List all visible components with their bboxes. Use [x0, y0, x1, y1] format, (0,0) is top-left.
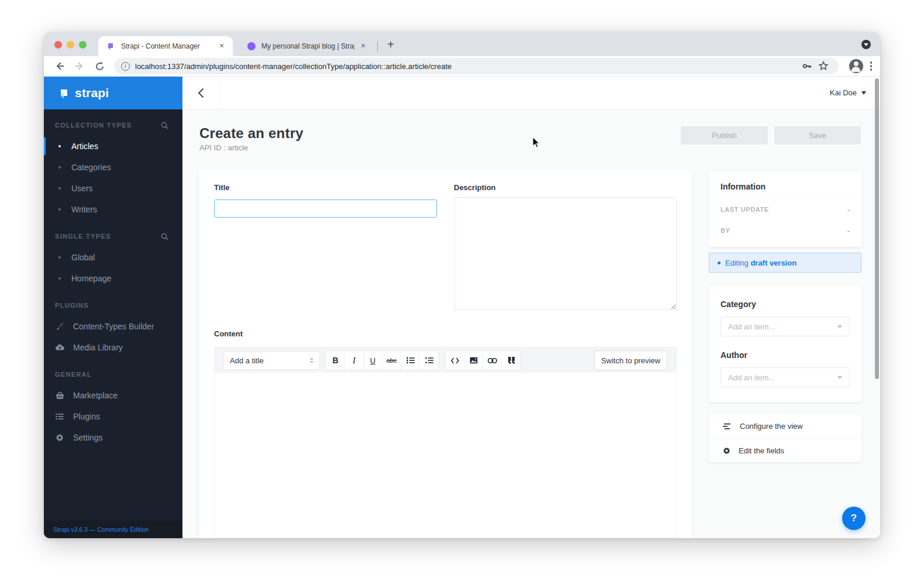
tab-title: Strapi - Content Manager — [121, 42, 213, 50]
sidebar-item-label: Articles — [71, 142, 98, 151]
bullet-icon — [58, 187, 61, 190]
save-button[interactable]: Save — [774, 126, 861, 144]
site-info-icon[interactable]: i — [121, 62, 130, 71]
edit-fields-label: Edit the fields — [739, 446, 784, 455]
code-button[interactable] — [446, 351, 464, 370]
title-input[interactable] — [214, 199, 437, 218]
strapi-logo-icon — [58, 87, 70, 99]
category-placeholder: Add an item... — [728, 322, 837, 331]
information-card: Information LAST UPDATE - BY - — [709, 171, 861, 247]
edit-fields-link[interactable]: Edit the fields — [709, 438, 861, 462]
bullet-icon — [58, 166, 61, 168]
strapi-logo[interactable]: strapi — [44, 77, 182, 109]
main-area: Kai Doe Create an entry API ID : article… — [182, 77, 880, 538]
address-bar[interactable]: i localhost:1337/admin/plugins/content-m… — [114, 58, 839, 74]
forward-nav-icon[interactable] — [73, 59, 87, 73]
bullet-icon — [58, 256, 61, 259]
browser-profile-avatar[interactable] — [849, 59, 863, 73]
sidebar-item-homepage[interactable]: Homepage — [44, 268, 182, 289]
sidebar-item-writers[interactable]: Writers — [44, 199, 182, 220]
heading-select[interactable]: Add a title — [223, 351, 320, 370]
help-button[interactable]: ? — [842, 507, 866, 530]
description-textarea[interactable] — [454, 197, 677, 310]
browser-window: Strapi - Content Manager × My personal S… — [44, 32, 880, 538]
desktop: Strapi - Content Manager × My personal S… — [0, 0, 924, 585]
search-icon[interactable] — [161, 233, 168, 240]
sidebar-item-global[interactable]: Global — [44, 247, 182, 268]
bookmark-star-icon[interactable] — [816, 59, 830, 73]
sidebar-item-content-types-builder[interactable]: Content-Types Builder — [44, 316, 182, 337]
underline-button[interactable]: U — [364, 351, 382, 370]
link-button[interactable] — [483, 351, 502, 370]
quote-button[interactable] — [502, 351, 520, 370]
user-menu[interactable]: Kai Doe — [830, 88, 866, 97]
sidebar-item-label: Global — [71, 253, 95, 262]
page-title: Create an entry — [199, 125, 304, 142]
sidebar-item-label: Plugins — [73, 412, 100, 421]
sliders-icon — [723, 423, 732, 430]
tab-strip: Strapi - Content Manager × My personal S… — [44, 32, 880, 56]
window-controls — [54, 41, 87, 49]
author-select[interactable]: Add an item... — [720, 367, 850, 387]
sidebar-item-marketplace[interactable]: Marketplace — [44, 385, 182, 406]
close-tab-icon[interactable]: × — [358, 41, 368, 51]
tab-title: My personal Strapi blog | Strap — [261, 42, 354, 50]
top-header: Kai Doe — [182, 77, 880, 109]
section-title: COLLECTION TYPES — [55, 122, 161, 129]
search-icon[interactable] — [161, 122, 168, 129]
sidebar-item-plugins[interactable]: Plugins — [44, 406, 182, 427]
image-button[interactable] — [464, 351, 483, 370]
sidebar-item-label: Content-Types Builder — [73, 322, 154, 331]
password-key-icon[interactable] — [800, 59, 814, 73]
sidebar-item-users[interactable]: Users — [44, 178, 182, 199]
italic-button[interactable]: I — [345, 351, 364, 370]
gear-icon — [723, 447, 730, 455]
browser-toolbar: i localhost:1337/admin/plugins/content-m… — [44, 56, 880, 77]
switch-to-preview-button[interactable]: Switch to preview — [594, 350, 667, 370]
close-tab-icon[interactable]: × — [216, 41, 227, 51]
bullet-list-button[interactable] — [401, 351, 420, 370]
sidebar-version-footer[interactable]: Strapi v3.6.3 — Community Edition — [44, 521, 182, 538]
zoom-window-button[interactable] — [79, 41, 87, 49]
list-icon — [55, 412, 64, 421]
close-window-button[interactable] — [54, 41, 62, 49]
draft-banner-text: Editing draft version — [725, 259, 797, 267]
browser-menu-icon[interactable] — [870, 61, 873, 71]
api-id-subtitle: API ID : article — [199, 143, 304, 152]
by-label: BY — [720, 227, 847, 234]
last-update-value: - — [847, 205, 850, 214]
title-label: Title — [214, 183, 230, 192]
tab-search-icon[interactable] — [861, 40, 871, 49]
category-select[interactable]: Add an item... — [720, 316, 850, 336]
url-text: localhost:1337/admin/plugins/content-man… — [135, 62, 799, 71]
back-nav-icon[interactable] — [53, 59, 67, 73]
configure-view-link[interactable]: Configure the view — [709, 414, 861, 438]
category-label: Category — [720, 300, 850, 309]
back-button[interactable] — [182, 77, 219, 109]
ordered-list-button[interactable] — [420, 351, 439, 370]
minimize-window-button[interactable] — [67, 41, 74, 49]
sidebar-item-categories[interactable]: Categories — [44, 157, 182, 178]
wysiwyg-editor-body[interactable] — [214, 373, 677, 538]
sidebar-item-settings[interactable]: Settings — [44, 427, 182, 448]
sidebar-item-label: Marketplace — [73, 391, 118, 400]
bold-button[interactable]: B — [326, 351, 345, 370]
strikethrough-button[interactable]: abc — [382, 351, 401, 370]
scrollbar-thumb[interactable] — [875, 78, 879, 379]
author-label: Author — [720, 350, 850, 360]
draft-dot-icon — [718, 261, 720, 264]
sidebar-item-media-library[interactable]: Media Library — [44, 337, 182, 358]
reload-icon[interactable] — [92, 59, 106, 73]
tab-personal-blog[interactable]: My personal Strapi blog | Strap × — [239, 36, 374, 56]
new-tab-button[interactable]: + — [382, 37, 399, 53]
sidebar-item-articles[interactable]: Articles — [44, 136, 182, 157]
heading-select-value: Add a title — [230, 356, 264, 365]
tab-strapi-content-manager[interactable]: Strapi - Content Manager × — [98, 36, 233, 56]
strapi-favicon-icon — [106, 42, 116, 51]
publish-button[interactable]: Publish — [681, 126, 768, 144]
editing-draft-banner: Editing draft version — [709, 253, 861, 273]
last-update-label: LAST UPDATE — [720, 206, 847, 213]
version-text: Strapi v3.6.3 — Community Edition — [53, 526, 149, 533]
strapi-admin: strapi COLLECTION TYPES Articles — [44, 77, 880, 538]
description-label: Description — [454, 183, 496, 192]
